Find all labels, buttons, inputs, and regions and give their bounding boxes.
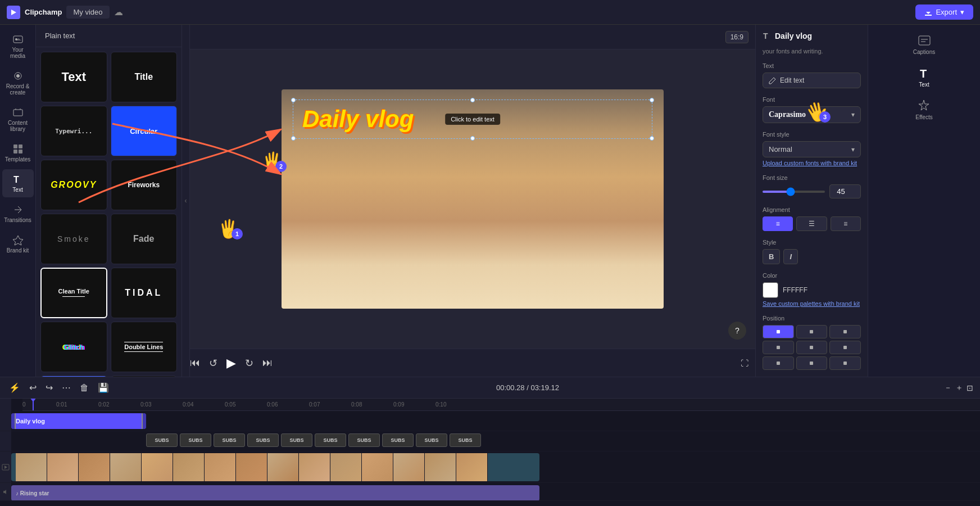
font-style-section: Font style Normal ▾ Upload custom fonts … [763,131,861,166]
template-card-clean-title[interactable]: Clean Title [40,268,107,318]
save-palettes-link[interactable]: Save custom palettes with brand kit [763,300,861,307]
right-panel-captions[interactable]: Captions [911,29,937,60]
pos-btn-tl[interactable] [763,325,794,338]
sidebar-item-templates[interactable]: Templates [2,139,34,167]
bold-button[interactable]: B [763,249,780,264]
font-size-label: Font size [763,174,861,181]
font-size-slider[interactable] [763,191,825,193]
redo-button[interactable]: ↪ [43,380,55,395]
zoom-in-button[interactable]: ＋ [955,383,963,393]
split-button[interactable]: ⚡ [7,380,22,395]
skip-forward-button[interactable]: ⏭ [262,357,273,369]
sidebar-item-record-create[interactable]: Record &create [2,66,34,100]
sidebar-item-brand-kit[interactable]: Brand kit [2,230,34,258]
align-left-button[interactable]: ≡ [763,216,793,231]
align-right-button[interactable]: ≡ [831,216,861,231]
template-card-circular[interactable]: Circular [111,106,178,156]
rewind-button[interactable]: ↺ [209,357,217,369]
sub-block-4[interactable]: SUBS [247,433,279,447]
sub-block-2[interactable]: SUBS [180,433,211,447]
template-card-typewriter[interactable]: Typewri... [40,106,107,156]
play-button[interactable]: ▶ [226,356,236,371]
resize-handle-tm[interactable] [470,98,475,102]
template-card-smoke[interactable]: Smoke [40,214,107,264]
text-overlay[interactable]: Daily vlog Click to edit text [293,100,652,139]
properties-title: T Daily vlog [763,31,861,40]
template-card-large-heading[interactable]: Large heading [111,376,178,377]
audio-clip[interactable]: ♪ Rising star [11,485,539,500]
fast-forward-button[interactable]: ↻ [245,357,253,369]
sub-block-8[interactable]: SUBS [382,433,414,447]
aspect-ratio-badge[interactable]: 16:9 [725,31,748,43]
pos-btn-bc[interactable] [796,356,828,370]
sidebar-item-your-media[interactable]: Your media [2,29,34,64]
pos-btn-bl[interactable] [763,356,794,370]
font-style-selector[interactable]: Normal ▾ [763,141,861,157]
template-card-fireworks[interactable]: Fireworks [111,160,178,210]
pos-btn-mc[interactable] [796,341,828,354]
pos-btn-tc[interactable] [796,325,828,338]
template-card-push-through[interactable]: PUSH THROUGH [40,376,107,377]
resize-handle-tl[interactable] [291,98,296,102]
fit-button[interactable]: ⊡ [967,383,973,392]
video-track-row [0,451,980,483]
sub-block-10[interactable]: SUBS [450,433,481,447]
sidebar-item-text[interactable]: T Text [2,169,34,197]
brand-icon [12,234,24,246]
skip-back-button[interactable]: ⏮ [190,357,200,369]
pos-btn-tr[interactable] [829,325,861,338]
export-button[interactable]: Export ▾ [915,4,973,20]
fullscreen-button[interactable]: ⛶ [741,359,748,368]
save-button[interactable]: 💾 [96,380,111,395]
sub-block-6[interactable]: SUBS [315,433,346,447]
text-clip[interactable]: Daily vlog [11,413,146,429]
resize-handle-tr[interactable] [650,98,654,102]
pos-btn-ml[interactable] [763,341,794,354]
right-panel-text[interactable]: T Text [915,62,933,92]
sidebar-item-content-library[interactable]: Contentlibrary [2,102,34,137]
font-size-input[interactable] [829,184,861,198]
italic-button[interactable]: I [783,249,798,264]
color-swatch[interactable] [763,282,778,298]
svg-rect-6 [13,110,22,116]
zoom-out-button[interactable]: － [944,383,952,393]
sub-block-3[interactable]: SUBS [214,433,245,447]
sidebar-item-transitions[interactable]: Transitions [2,200,34,228]
timeline-playhead[interactable] [33,399,34,411]
undo-button[interactable]: ↩ [27,380,39,395]
align-center-button[interactable]: ☰ [796,216,827,231]
video-frame: Daily vlog Click to edit text [282,89,664,309]
help-button[interactable]: ? [728,322,746,340]
template-card-fade[interactable]: Fade [111,214,178,264]
font-section: Font Caprasimo ▾ [763,96,861,123]
collapse-panel-handle[interactable]: ‹ [182,25,190,377]
delete-button[interactable]: 🗑 [78,381,91,395]
template-label-glitch: Glitch [63,343,84,351]
resize-handle-br[interactable] [650,136,654,141]
sub-block-9[interactable]: SUBS [416,433,447,447]
resize-handle-bl[interactable] [291,136,296,141]
video-tab[interactable]: My video [66,6,109,19]
sub-block-5[interactable]: SUBS [281,433,312,447]
more-button[interactable]: ⋯ [60,380,73,395]
pos-btn-mr[interactable] [829,341,861,354]
sub-block-1[interactable]: SUBS [146,433,178,447]
edit-text-button[interactable]: Edit text [763,73,861,88]
style-section: Style B I [763,239,861,264]
sub-block-7[interactable]: SUBS [348,433,380,447]
video-clip[interactable] [11,453,539,481]
template-card-groovy[interactable]: GROOVY [40,160,107,210]
template-card-text[interactable]: Text [40,52,107,102]
clip-left-handle[interactable] [11,413,16,429]
pos-btn-br[interactable] [829,356,861,370]
right-panel-effects[interactable]: Effects [913,94,934,125]
template-card-double-lines[interactable]: Double Lines [111,322,178,372]
template-card-glitch[interactable]: Glitch [40,322,107,372]
template-card-title[interactable]: Title [111,52,178,102]
resize-handle-bm[interactable] [470,136,475,141]
template-card-tidal[interactable]: TIDAL [111,268,178,318]
svg-rect-7 [13,144,17,148]
clip-right-handle[interactable] [142,413,146,429]
font-selector[interactable]: Caprasimo ▾ [763,106,861,123]
upload-fonts-link[interactable]: Upload custom fonts with brand kit [763,160,861,166]
